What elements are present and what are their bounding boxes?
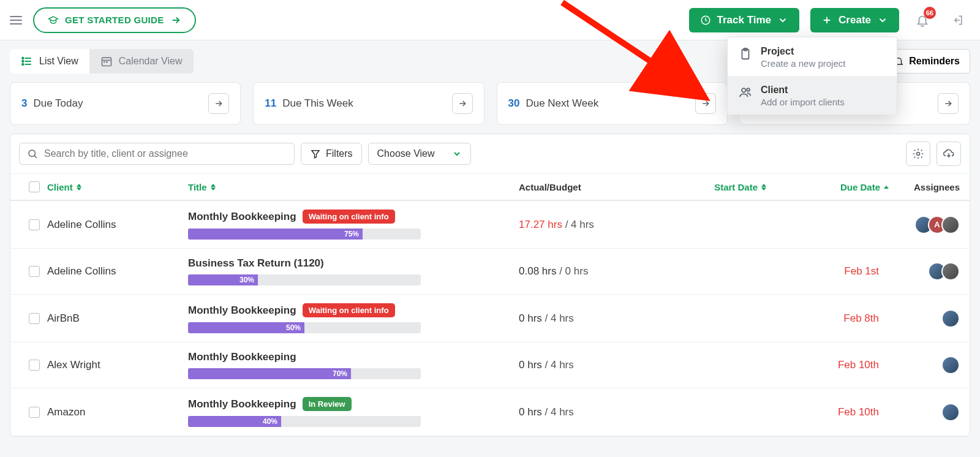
row-title: Monthly Bookkeeping <box>188 211 296 223</box>
row-client: AirBnB <box>37 312 178 325</box>
table-row[interactable]: Adeline CollinsBusiness Tax Return (1120… <box>10 249 970 295</box>
row-title-cell: Business Tax Return (1120)30% <box>178 257 509 285</box>
logout-button[interactable] <box>946 8 970 32</box>
search-icon <box>27 148 38 159</box>
card-label: Due Next Week <box>526 97 598 110</box>
search-input[interactable] <box>44 148 287 159</box>
svg-point-3 <box>742 88 745 92</box>
gear-icon <box>912 148 924 160</box>
card-count: 3 <box>21 97 27 110</box>
progress-pct: 30% <box>239 276 254 284</box>
card-go-button[interactable] <box>938 93 959 114</box>
tab-calendar-view[interactable]: Calendar View <box>89 49 194 74</box>
create-menu-title: Project <box>761 46 845 57</box>
progress-bar: 40% <box>188 416 421 427</box>
progress-bar: 75% <box>188 228 421 240</box>
exit-icon <box>952 14 964 26</box>
sort-icon <box>884 186 889 189</box>
get-started-guide-button[interactable]: GET STARTED GUIDE <box>33 7 196 33</box>
progress-pct: 50% <box>286 323 301 332</box>
chevron-down-icon <box>777 15 788 26</box>
grad-cap-icon <box>48 15 59 26</box>
row-title-cell: Monthly BookkeepingIn Review40% <box>178 397 509 427</box>
progress-bar: 70% <box>188 368 421 379</box>
notifications-badge: 66 <box>924 7 936 19</box>
filters-button[interactable]: Filters <box>301 143 362 165</box>
table-row[interactable]: Alex WrightMonthly Bookkeeping70%0 hrs /… <box>10 342 970 388</box>
col-client[interactable]: Client <box>37 182 178 192</box>
download-button[interactable] <box>937 142 961 166</box>
summary-card[interactable]: 3Due Today <box>10 82 241 125</box>
tab-list-view[interactable]: List View <box>10 49 89 74</box>
row-assignees: A <box>889 216 970 234</box>
card-go-button[interactable] <box>208 93 229 114</box>
avatar[interactable] <box>941 262 960 281</box>
create-menu-client[interactable]: Client Add or import clients <box>728 76 897 115</box>
filter-icon <box>310 148 321 159</box>
menu-icon[interactable] <box>10 16 22 25</box>
search-box[interactable] <box>19 143 295 165</box>
svg-rect-11 <box>106 61 108 63</box>
row-due-date: Feb 8th <box>766 312 889 325</box>
summary-card[interactable]: 11Due This Week <box>253 82 484 125</box>
notifications-button[interactable]: 66 <box>910 8 935 32</box>
track-time-button[interactable]: Track Time <box>689 8 800 32</box>
row-actual-budget: 0 hrs / 4 hrs <box>509 406 644 418</box>
progress-pct: 70% <box>333 369 347 378</box>
create-label: Create <box>839 14 871 26</box>
progress-pct: 40% <box>263 417 277 426</box>
col-due-date[interactable]: Due Date <box>766 182 889 192</box>
card-label: Due Today <box>33 97 83 110</box>
clock-icon <box>700 15 711 26</box>
progress-pct: 75% <box>344 230 359 238</box>
calendar-icon <box>100 55 113 67</box>
avatar[interactable] <box>941 356 960 374</box>
create-menu-sub: Create a new project <box>761 58 845 69</box>
table-row[interactable]: AmazonMonthly BookkeepingIn Review40%0 h… <box>10 388 970 436</box>
col-actual-budget: Actual/Budget <box>509 182 644 192</box>
sort-icon <box>77 184 81 191</box>
chevron-down-icon <box>877 15 888 26</box>
col-start-date[interactable]: Start Date <box>644 182 766 192</box>
status-tag: In Review <box>303 397 352 411</box>
summary-card[interactable]: 30Due Next Week <box>497 82 728 125</box>
avatar[interactable] <box>941 216 960 234</box>
card-count: 30 <box>508 97 520 110</box>
row-due-date: Feb 10th <box>766 406 889 418</box>
settings-button[interactable] <box>906 142 930 166</box>
card-go-button[interactable] <box>695 93 716 114</box>
create-menu-project[interactable]: Project Create a new project <box>728 37 897 76</box>
col-title[interactable]: Title <box>178 182 509 192</box>
list-icon <box>21 55 33 67</box>
card-go-button[interactable] <box>452 93 473 114</box>
row-client: Adeline Collins <box>37 265 178 278</box>
track-time-label: Track Time <box>717 14 772 26</box>
choose-view-button[interactable]: Choose View <box>368 143 471 165</box>
row-assignees <box>889 262 970 281</box>
choose-view-label: Choose View <box>377 148 435 159</box>
avatar[interactable] <box>941 403 960 421</box>
svg-point-4 <box>747 88 750 91</box>
tab-list-label: List View <box>39 56 78 67</box>
arrow-right-icon <box>214 99 224 108</box>
row-title-cell: Monthly BookkeepingWaiting on client inf… <box>178 303 509 333</box>
row-title-cell: Monthly Bookkeeping70% <box>178 351 509 379</box>
table-row[interactable]: Adeline CollinsMonthly BookkeepingWaitin… <box>10 201 970 249</box>
row-actual-budget: 0 hrs / 4 hrs <box>509 312 644 325</box>
create-button[interactable]: Create <box>810 8 899 32</box>
arrow-right-icon <box>170 15 181 26</box>
status-tag: Waiting on client info <box>303 303 395 317</box>
col-assignees: Assignees <box>889 182 970 192</box>
row-assignees <box>889 356 970 374</box>
table-header: Client Title Actual/Budget Start Date Du… <box>10 174 970 201</box>
avatar[interactable] <box>941 309 960 328</box>
row-title: Monthly Bookkeeping <box>188 351 296 363</box>
create-dropdown: Project Create a new project Client Add … <box>727 37 897 115</box>
svg-point-8 <box>22 64 24 66</box>
row-actual-budget: 0.08 hrs / 0 hrs <box>509 265 644 278</box>
reminders-label: Reminders <box>909 56 960 67</box>
sort-icon <box>761 184 766 191</box>
create-menu-sub: Add or import clients <box>761 97 845 107</box>
row-assignees <box>889 309 970 328</box>
table-row[interactable]: AirBnBMonthly BookkeepingWaiting on clie… <box>10 295 970 342</box>
